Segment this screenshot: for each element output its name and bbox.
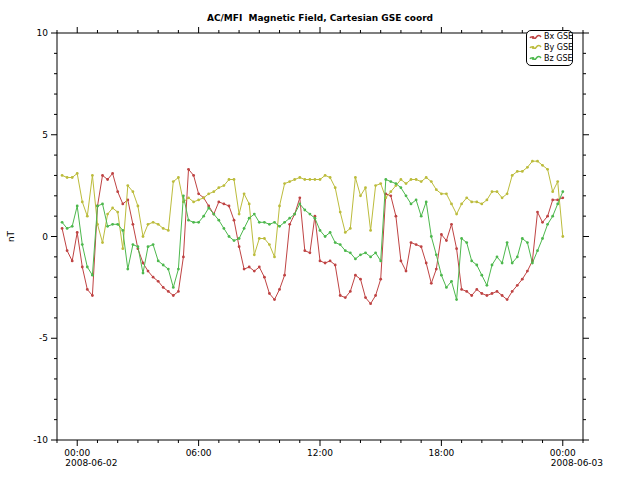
y-axis-labels: 1050-5-10 — [33, 28, 48, 445]
legend-label-bx: Bx GSE — [544, 33, 573, 41]
x-tick-label: 06:00 — [186, 448, 212, 458]
x-tick-label: 12:00 — [307, 448, 333, 458]
legend-entry-bz: Bz GSE — [529, 54, 570, 64]
series-bz-gse-line — [62, 180, 563, 300]
x-date-label-right: 2008-06-03 — [551, 458, 603, 468]
legend-label-bz: Bz GSE — [544, 55, 573, 63]
x-tick-label: 18:00 — [428, 448, 454, 458]
series-bx-gse — [61, 168, 564, 305]
y-axis-ticks — [51, 33, 589, 440]
y-tick-label: 0 — [42, 232, 48, 242]
bx-line-marker-icon — [529, 33, 542, 42]
x-axis-labels: 00:0006:0012:0018:0000:002008-06-022008-… — [64, 448, 603, 468]
y-tick-label: -5 — [39, 333, 48, 343]
y-tick-label: 5 — [42, 130, 48, 140]
series-by-gse-line — [62, 161, 563, 257]
by-line-marker-icon — [529, 43, 542, 52]
y-tick-label: 10 — [37, 28, 49, 38]
legend-entry-bx: Bx GSE — [529, 32, 570, 42]
x-tick-label: 00:00 — [550, 448, 576, 458]
legend-label-by: By GSE — [544, 44, 573, 52]
y-tick-label: -10 — [33, 435, 48, 445]
x-date-label-left: 2008-06-02 — [65, 458, 117, 468]
plot-window: AC/MFI Magnetic Field, Cartesian GSE coo… — [0, 0, 640, 480]
x-tick-label: 00:00 — [64, 448, 90, 458]
legend-entry-by: By GSE — [529, 43, 570, 53]
series-by-gse — [61, 160, 564, 258]
plot-svg: 00:0006:0012:0018:0000:002008-06-022008-… — [0, 0, 640, 480]
y-axis-title: nT — [6, 230, 16, 242]
legend: Bx GSE By GSE Bz GSE — [526, 30, 573, 66]
bz-line-marker-icon — [529, 54, 542, 63]
